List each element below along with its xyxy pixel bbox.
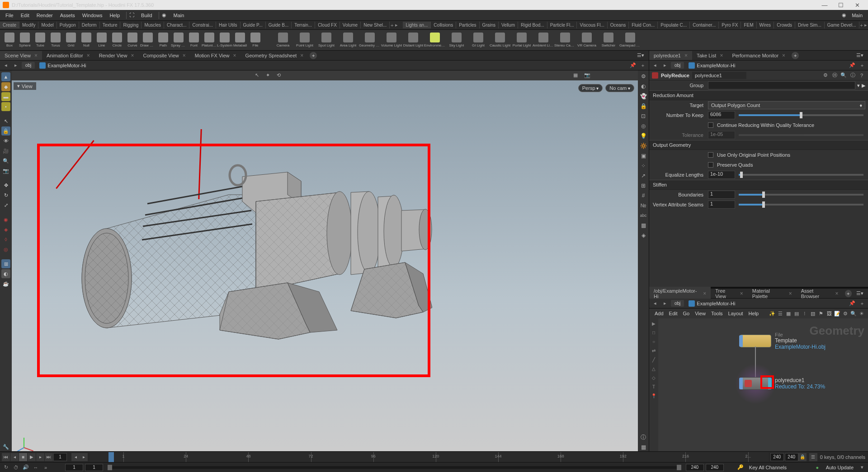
network-pane-menu-icon[interactable]: ☰▾ <box>852 289 868 298</box>
pane-tab[interactable]: /obj/ExampleMotor-Hi× <box>649 287 711 300</box>
shelf-left-plus[interactable]: + <box>390 23 394 28</box>
shelf-right-arrow[interactable]: ▸ <box>863 22 868 28</box>
shelf-tab[interactable]: Collisions <box>431 22 456 28</box>
shelf-tab[interactable]: Constrai... <box>189 22 216 28</box>
timeline-ruler[interactable]: 1244872961201441681922162... <box>90 452 769 462</box>
select-edges-tool[interactable]: ▬ <box>1 92 10 101</box>
close-icon[interactable]: × <box>789 290 792 297</box>
close-icon[interactable]: × <box>740 290 743 297</box>
pane-tab[interactable]: polyreduce1× <box>649 51 692 60</box>
param-pin-icon[interactable]: 📌 <box>848 61 856 70</box>
shelf-tab[interactable]: Rigging <box>120 22 142 28</box>
shelf-tool[interactable]: Metaball <box>232 33 248 47</box>
arrow-tool[interactable]: ↖ <box>1 117 10 126</box>
target-dropdown[interactable]: Output Polygon Count♦ <box>708 101 865 109</box>
network-menu-item[interactable]: Layout <box>726 310 746 317</box>
toolbox-icon[interactable]: 🔧 <box>1 442 10 451</box>
info-icon[interactable]: ⓘ <box>849 72 856 79</box>
footer-loop-icon[interactable]: ↻ <box>2 463 10 472</box>
shelf-tool[interactable]: Path <box>156 33 171 47</box>
shelf-tab[interactable]: Crowds <box>774 22 795 28</box>
auto-update-dropdown[interactable]: Auto Update <box>823 465 856 470</box>
shelf-tab[interactable]: Fluid Con... <box>629 22 658 28</box>
shelf-tool[interactable]: L-System <box>217 33 232 47</box>
shelf-tab[interactable]: Oceans <box>608 22 629 28</box>
shelf-tool[interactable]: File <box>248 33 263 47</box>
desktop-build[interactable]: Build <box>137 11 156 19</box>
uv-icon[interactable]: ⊞ <box>639 182 647 190</box>
node-name-field[interactable]: polyreduce1 <box>692 72 746 79</box>
construction-plane-tool[interactable]: ⊞ <box>1 259 10 268</box>
cup-tool[interactable]: ☕ <box>1 279 10 288</box>
close-icon[interactable]: × <box>34 52 38 59</box>
snap-multi-tool[interactable]: ◎ <box>1 245 10 254</box>
net-tool-image-icon[interactable]: 🖼 <box>826 310 833 317</box>
net-path-fwd[interactable]: ▸ <box>661 299 669 308</box>
shelf-tab[interactable]: Cloud FX <box>315 22 340 28</box>
lasso-mode-icon[interactable]: ✦ <box>266 72 272 79</box>
shelf-tool[interactable]: Torus <box>48 33 63 47</box>
shelf-tab[interactable]: Create <box>0 22 19 28</box>
boundaries-slider[interactable] <box>739 194 863 196</box>
brush-mode-icon[interactable]: ⟲ <box>277 72 283 79</box>
build-icon[interactable]: ⛶ <box>129 12 136 19</box>
shelf-right-plus[interactable]: + <box>859 23 864 28</box>
timeline-last-button[interactable]: ⏭ <box>45 453 53 461</box>
footer-globalend-field[interactable] <box>706 464 724 471</box>
shelf-tab[interactable]: Terrain... <box>292 22 315 28</box>
pane-tab[interactable]: Composite View× <box>138 51 190 60</box>
file-node-body[interactable] <box>740 335 771 347</box>
shelf-tool[interactable]: Caustic Light <box>489 33 511 47</box>
shelf-tab[interactable]: Rigid Bod... <box>518 22 547 28</box>
lighting-icon[interactable]: 💡 <box>639 132 647 140</box>
group-select-icon[interactable]: ▶ <box>862 83 865 89</box>
net-tool-note-icon[interactable]: 📝 <box>834 310 841 317</box>
add-network-tab[interactable]: + <box>845 290 852 297</box>
menu-edit[interactable]: Edit <box>17 11 33 19</box>
shelf-tab[interactable]: Vellum <box>499 22 518 28</box>
close-icon[interactable]: × <box>131 52 134 59</box>
shelf-tool[interactable]: Stereo Camera <box>554 33 576 47</box>
net-path-obj[interactable]: obj <box>671 300 684 307</box>
shading-mode-icon[interactable]: ◐ <box>639 82 647 90</box>
shelf-tool[interactable]: VR Camera <box>576 33 598 47</box>
key-all-channels-button[interactable]: Key All Channels <box>746 465 796 470</box>
numkeep-field[interactable]: 6086 <box>708 111 735 119</box>
pin-icon[interactable]: 📌 <box>629 61 637 70</box>
grid-icon[interactable]: ▦ <box>639 443 647 451</box>
net-side-line-icon[interactable]: ╱ <box>651 357 657 364</box>
net-side-arrow-icon[interactable]: ▶ <box>651 321 657 327</box>
timeline-stop-button[interactable]: ■ <box>19 453 27 461</box>
path-obj-segment[interactable]: obj <box>22 62 35 69</box>
network-menu-item[interactable]: Go <box>680 310 693 317</box>
net-side-circle-icon[interactable]: ○ <box>651 339 657 346</box>
camera-dropdown[interactable]: No cam ▾ <box>605 84 634 92</box>
shelf-tab[interactable]: Grains <box>480 22 499 28</box>
shelf-tool[interactable]: Camera <box>272 33 294 47</box>
network-menu-item[interactable]: Add <box>652 310 666 317</box>
vp-header-layout-icon[interactable]: ▦ <box>573 72 580 79</box>
pane-tab[interactable]: Tree View× <box>711 287 748 300</box>
rotate-tool[interactable]: ↻ <box>1 191 10 200</box>
wireframe-icon[interactable]: ⊡ <box>639 112 647 120</box>
shelf-tab[interactable]: FEM <box>741 22 756 28</box>
select-faces-tool[interactable]: ◆ <box>1 82 10 91</box>
network-menu-item[interactable]: Edit <box>666 310 680 317</box>
shelf-tool[interactable]: Circle <box>109 33 125 47</box>
abc-icon[interactable]: abc <box>639 211 647 220</box>
param-path-scene[interactable]: ExampleMotor-Hi <box>686 61 738 70</box>
eqlen-field[interactable]: 1e-10 <box>708 171 735 179</box>
net-side-triangle-icon[interactable]: △ <box>651 366 657 373</box>
pane-tab[interactable]: Performance Monitor× <box>727 51 790 60</box>
shelf-tab[interactable]: Wires <box>757 22 774 28</box>
scale-tool[interactable]: ⤢ <box>1 201 10 210</box>
network-menu-item[interactable]: Help <box>746 310 762 317</box>
vp-header-camera-icon[interactable]: 📷 <box>584 72 590 79</box>
close-icon[interactable]: × <box>782 52 785 59</box>
timeline-key-next[interactable]: ▸ <box>80 453 88 461</box>
net-tool-grid-icon[interactable]: ▦ <box>785 310 792 317</box>
shelf-tab[interactable]: Populate C... <box>658 22 690 28</box>
shelf-tool[interactable]: Curve <box>125 33 140 47</box>
footer-chevrons-icon[interactable]: » <box>42 463 50 472</box>
timeline-playhead[interactable] <box>108 452 114 462</box>
